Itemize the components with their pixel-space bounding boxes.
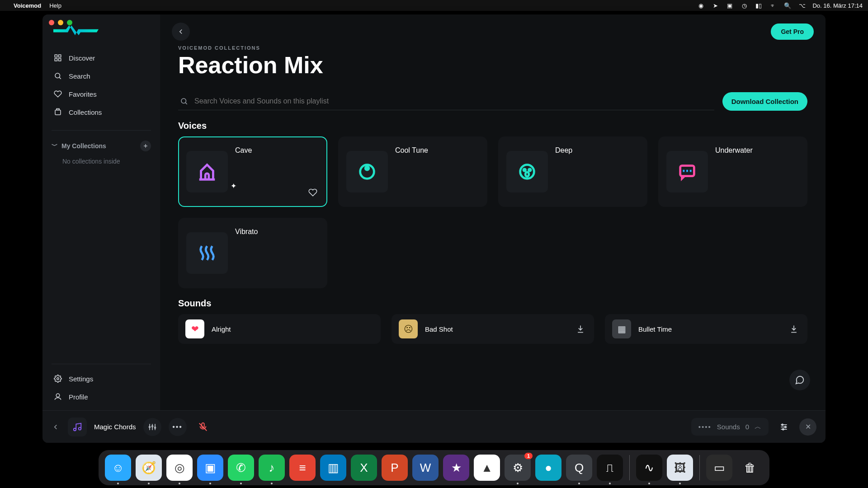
my-collections-empty-text: No collections inside [42,155,160,165]
sound-row[interactable]: ❤Alright [178,314,381,344]
window-close-button[interactable] [49,20,54,25]
cave-icon [186,151,228,192]
svg-point-15 [528,169,531,171]
dock-app-desktopitem[interactable]: ▭ [706,455,732,481]
menubar-app-name[interactable]: Voicemod [14,2,41,9]
download-sound-button[interactable] [574,323,587,335]
dock-app-quicktime[interactable]: Q [566,455,592,481]
dock-app-siri[interactable]: ● [535,455,561,481]
window-maximize-button[interactable] [67,20,72,25]
sound-thumb-icon: ☹ [399,319,418,338]
breadcrumb-sublabel: VOICEMOD COLLECTIONS [178,45,807,51]
dock-app-voicememos[interactable]: ⎍ [597,455,623,481]
dock-app-imovie[interactable]: ★ [443,455,469,481]
svg-point-26 [149,426,150,427]
dock-app-safari[interactable]: 🧭 [136,455,162,481]
sound-thumb-icon: ❤ [185,319,204,338]
search-input[interactable] [194,97,712,105]
dock-app-zoom[interactable]: ▣ [197,455,223,481]
menubar-help[interactable]: Help [49,2,61,9]
content-area: Get Pro VOICEMOD COLLECTIONS Reaction Mi… [160,14,826,410]
voices-section-title: Voices [160,120,826,136]
footer-equalizer-button[interactable] [143,418,161,436]
dock-running-indicator [517,483,519,484]
dock-app-preview[interactable]: 🖼 [667,455,693,481]
logo [42,23,160,46]
dock-app-spotify[interactable]: ♪ [259,455,285,481]
sidebar-item-label: Collections [69,108,102,116]
dock-app-finder[interactable]: ☺ [105,455,131,481]
svg-point-4 [55,73,60,78]
menu-control-center-icon[interactable]: ⌥ [798,1,806,9]
search-field[interactable] [178,93,714,110]
sidebar-item-settings[interactable]: Settings [47,370,156,388]
menu-battery-icon[interactable]: ▮▯ [755,1,763,9]
dock-running-indicator [609,483,611,484]
dock-app-excel[interactable]: X [351,455,377,481]
voice-card[interactable]: Vibrato [178,218,327,288]
menu-spotlight-icon[interactable]: 🔍 [783,1,792,9]
sound-row[interactable]: ▦Bullet Time [605,314,807,344]
menu-location-icon[interactable]: ➤ [711,1,719,9]
sidebar: Discover Search Favorites [42,14,160,410]
sidebar-nav: Discover Search Favorites [42,46,160,124]
footer-settings-button[interactable] [775,418,793,436]
sidebar-item-favorites[interactable]: Favorites [47,85,156,103]
search-icon [180,97,188,105]
voice-card[interactable]: Cave✦ [178,136,327,207]
voice-name: Underwater [715,146,753,155]
voice-card[interactable]: Underwater [658,136,807,207]
download-sound-button[interactable] [788,323,800,335]
get-pro-button[interactable]: Get Pro [771,23,814,40]
favorite-toggle-button[interactable] [307,187,318,198]
voice-name: Cool Tune [395,146,428,155]
sounds-list: ❤Alright☹Bad Shot▦Bullet Time [160,314,826,353]
dock-separator [699,455,700,480]
menu-clock-icon[interactable]: ◷ [740,1,748,9]
dock-app-trash[interactable]: 🗑 [737,455,763,481]
svg-point-19 [79,427,81,430]
add-collection-button[interactable]: ＋ [140,141,151,151]
dock-app-word[interactable]: W [412,455,439,481]
dock-app-drive[interactable]: ▲ [474,455,500,481]
footer-close-button[interactable]: ✕ [799,418,816,436]
back-button[interactable] [172,23,190,41]
sidebar-item-collections[interactable]: Collections [47,103,156,121]
sidebar-item-discover[interactable]: Discover [47,49,156,67]
voice-card[interactable]: Deep [498,136,647,207]
sounds-counter-pill[interactable]: •••• Sounds 0 ︿ [691,418,769,436]
sidebar-divider [52,364,151,364]
download-collection-button[interactable]: Download Collection [722,92,807,111]
dock-app-settings[interactable]: ⚙1 [505,455,531,481]
sidebar-item-search[interactable]: Search [47,67,156,85]
macos-menubar: Voicemod Help ◉ ➤ ▣ ◷ ▮▯ ᯤ 🔍 ⌥ Do. 16. M… [0,0,868,11]
menu-wifi-icon[interactable]: ᯤ [769,1,777,9]
chat-wave-icon [666,151,708,192]
dock-app-powerpoint[interactable]: P [382,455,408,481]
dock-app-whatsapp[interactable]: ✆ [228,455,254,481]
dial-icon [346,151,388,192]
footer-more-button[interactable]: ••• [169,418,187,436]
sidebar-item-label: Settings [69,375,93,383]
sidebar-item-profile[interactable]: Profile [47,388,156,406]
sound-row[interactable]: ☹Bad Shot [392,314,594,344]
menu-app-icon[interactable]: ▣ [726,1,734,9]
dock-app-chrome[interactable]: ◎ [166,455,193,481]
window-minimize-button[interactable] [58,20,63,25]
voice-card[interactable]: Cool Tune [338,136,487,207]
footer-bar: Magic Chords ••• •••• Sounds 0 ︿ ✕ [42,410,826,443]
footer-mic-mute-button[interactable] [194,418,212,436]
chevron-up-icon: ︿ [755,422,761,431]
dock-app-todoist[interactable]: ≡ [289,455,316,481]
dock-app-voicemod[interactable]: ∿ [636,455,662,481]
support-chat-button[interactable] [789,370,810,390]
dock-running-indicator [578,483,580,484]
menu-record-icon[interactable]: ◉ [697,1,705,9]
footer-prev-button[interactable] [52,423,61,431]
sounds-counter-value: 0 [745,423,749,431]
menubar-datetime[interactable]: Do. 16. März 17:14 [812,2,863,9]
dock-app-trello[interactable]: ▥ [320,455,346,481]
svg-point-28 [154,427,156,428]
sidebar-my-collections-header[interactable]: ﹀ My Collections ＋ [42,137,160,155]
svg-rect-1 [59,55,61,57]
